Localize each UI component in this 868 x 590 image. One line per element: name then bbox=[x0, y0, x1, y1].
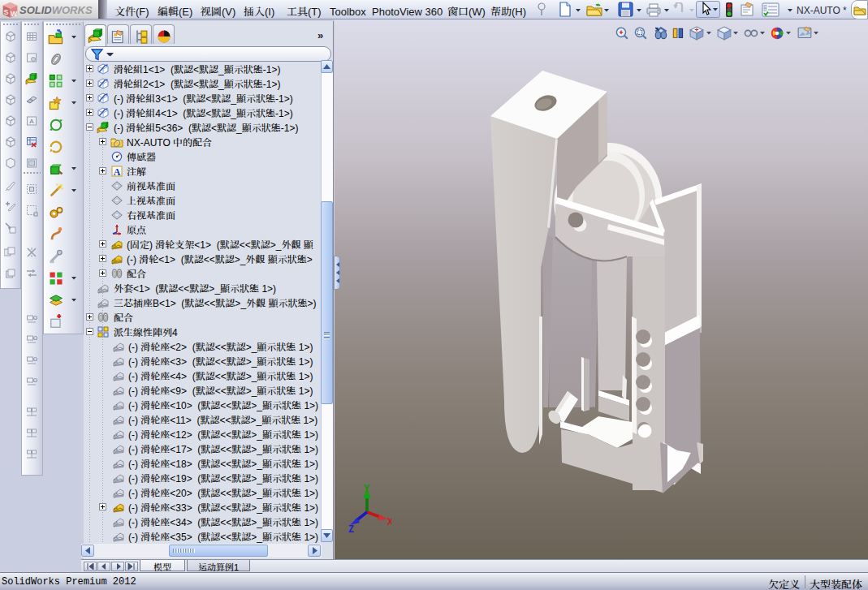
svg-text:W: W bbox=[11, 10, 18, 18]
svg-text:S: S bbox=[4, 8, 9, 16]
svg-text:A: A bbox=[29, 118, 34, 125]
svg-text:Z: Z bbox=[348, 524, 354, 536]
svg-text:Y: Y bbox=[364, 484, 370, 495]
svg-text:X: X bbox=[387, 517, 391, 528]
